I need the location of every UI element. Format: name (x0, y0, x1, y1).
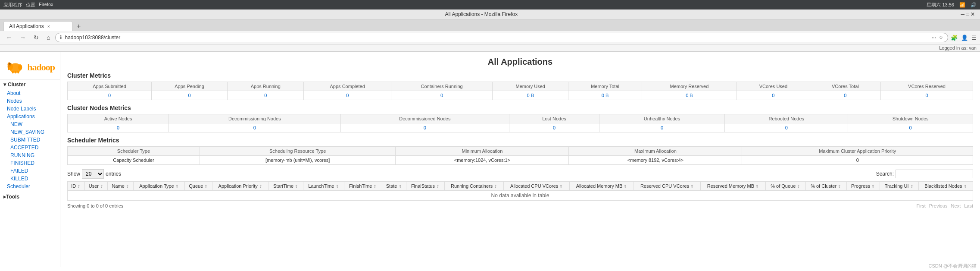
showing-entries-text: Showing 0 to 0 of 0 entries (67, 203, 123, 208)
nav-dots[interactable]: ··· (932, 35, 936, 41)
sidebar: hadoop ▾ Cluster About Nodes Node Labels… (0, 52, 60, 267)
cluster-metrics-th-0: Apps Submitted (68, 82, 152, 91)
app-th-20[interactable]: Blacklisted Nodes ⇕ (918, 182, 973, 191)
app-th-14[interactable]: Reserved CPU VCores ⇕ (634, 182, 700, 191)
app-th-13[interactable]: Allocated Memory MB ⇕ (570, 182, 634, 191)
os-firefox-menu[interactable]: Firefox (39, 2, 53, 8)
app-th-16[interactable]: % of Queue ⇕ (765, 182, 805, 191)
extensions-icon[interactable]: 🧩 (951, 35, 958, 41)
app-th-8[interactable]: FinishTime ⇕ (344, 182, 382, 191)
cluster-metrics-td-8: 0 (737, 91, 810, 100)
scheduler-metrics-table: Scheduler TypeScheduling Resource TypeMi… (67, 146, 973, 165)
new-tab-button[interactable]: + (74, 22, 83, 31)
cluster-metrics-th-8: VCores Used (737, 82, 810, 91)
nodes-metrics-th-1: Decommissioning Nodes (169, 114, 341, 123)
app-th-18[interactable]: Progress ⇕ (846, 182, 880, 191)
url-text: hadoop103:8088/cluster (65, 35, 929, 41)
cluster-metrics-th-6: Memory Total (568, 82, 642, 91)
pagination-last[interactable]: Last (964, 203, 973, 208)
sidebar-item-finished[interactable]: FINISHED (3, 159, 60, 167)
main-layout: hadoop ▾ Cluster About Nodes Node Labels… (0, 52, 980, 267)
pagination-previous[interactable]: Previous (929, 203, 948, 208)
app-th-0[interactable]: ID ⇕ (68, 182, 85, 191)
back-button[interactable]: ← (3, 33, 15, 42)
cluster-arrow-icon: ▾ (3, 82, 6, 88)
scheduler-value-row: Capacity Scheduler[memory-mb (unit=Mi), … (68, 156, 973, 165)
app-th-5[interactable]: Application Priority ⇕ (212, 182, 268, 191)
forward-button[interactable]: → (17, 33, 28, 42)
entries-select[interactable]: 20 50 100 (82, 169, 104, 179)
home-button[interactable]: ⌂ (44, 33, 53, 42)
app-th-17[interactable]: % of Cluster ⇕ (805, 182, 846, 191)
tab-close-button[interactable]: × (47, 24, 50, 29)
svg-rect-5 (12, 71, 14, 73)
browser-tab-active[interactable]: All Applications × (3, 21, 72, 31)
table-controls: Show 20 50 100 entries Search: (67, 169, 973, 179)
sidebar-item-about[interactable]: About (0, 89, 60, 97)
sidebar-item-new[interactable]: NEW (3, 120, 60, 128)
pagination-first[interactable]: First (916, 203, 925, 208)
pagination-next[interactable]: Next (951, 203, 961, 208)
content-area: All Applications Cluster Metrics Apps Su… (60, 52, 980, 267)
title-bar-text: All Applications - Mozilla Firefox (445, 11, 518, 17)
cluster-metrics-th-7: Memory Reserved (642, 82, 737, 91)
sidebar-item-running[interactable]: RUNNING (3, 151, 60, 159)
app-th-19[interactable]: Tracking UI ⇕ (880, 182, 918, 191)
sidebar-item-new-saving[interactable]: NEW_SAVING (3, 128, 60, 136)
scheduler-th-3: Maximum Allocation (569, 147, 742, 156)
cluster-metrics-th-1: Apps Pending (151, 82, 227, 91)
reload-button[interactable]: ↻ (31, 33, 41, 42)
show-entries-control: Show 20 50 100 entries (67, 169, 121, 179)
app-th-11[interactable]: Running Containers ⇕ (445, 182, 504, 191)
nodes-metrics-td-3: 0 (509, 123, 599, 132)
app-th-7[interactable]: LaunchTime ⇕ (303, 182, 344, 191)
cluster-metrics-td-7: 0 B (642, 91, 737, 100)
nav-bar: ← → ↻ ⌂ ℹ hadoop103:8088/cluster ··· ☆ 🧩… (0, 31, 980, 44)
sidebar-item-node-labels[interactable]: Node Labels (0, 105, 60, 113)
sidebar-item-submitted[interactable]: SUBMITTED (3, 136, 60, 144)
sidebar-tools-header[interactable]: ▸ Tools (0, 192, 60, 202)
menu-icon[interactable]: ☰ (971, 35, 977, 41)
sidebar-item-accepted[interactable]: ACCEPTED (3, 144, 60, 151)
app-th-1[interactable]: User ⇕ (84, 182, 107, 191)
os-places-menu[interactable]: 位置 (26, 2, 35, 8)
pagination: First Previous Next Last (916, 203, 973, 208)
cluster-metrics-td-9: 0 (810, 91, 880, 100)
scheduler-th-2: Minimum Allocation (396, 147, 569, 156)
app-th-12[interactable]: Allocated CPU VCores ⇕ (504, 182, 570, 191)
app-th-3[interactable]: Application Type ⇕ (134, 182, 184, 191)
sidebar-item-applications[interactable]: Applications (0, 113, 60, 120)
cluster-metrics-td-4: 0 (391, 91, 492, 100)
os-volume-icon: 🔊 (971, 2, 977, 8)
title-bar: All Applications - Mozilla Firefox ─ □ ✕ (0, 9, 980, 19)
app-th-2[interactable]: Name ⇕ (108, 182, 134, 191)
cluster-metrics-title: Cluster Metrics (67, 72, 973, 79)
bookmark-icon[interactable]: ☆ (939, 35, 943, 41)
sidebar-item-nodes[interactable]: Nodes (0, 97, 60, 105)
sidebar-cluster-section: ▾ Cluster About Nodes Node Labels Applic… (0, 80, 60, 190)
nodes-metrics-th-2: Decommissioned Nodes (340, 114, 509, 123)
profile-icon[interactable]: 👤 (961, 35, 968, 41)
app-th-6[interactable]: StartTime ⇕ (268, 182, 303, 191)
scheduler-td-4: 0 (742, 156, 973, 165)
scheduler-th-0: Scheduler Type (68, 147, 200, 156)
app-th-9[interactable]: State ⇕ (382, 182, 406, 191)
app-th-4[interactable]: Queue ⇕ (184, 182, 212, 191)
scheduler-td-1: [memory-mb (unit=Mi), vcores] (200, 156, 396, 165)
nodes-metrics-th-4: Unhealthy Nodes (599, 114, 724, 123)
url-bar[interactable]: ℹ hadoop103:8088/cluster ··· ☆ (55, 33, 948, 42)
table-footer: Showing 0 to 0 of 0 entries First Previo… (67, 203, 973, 208)
sidebar-item-failed[interactable]: FAILED (3, 167, 60, 175)
app-th-10[interactable]: FinalStatus ⇕ (406, 182, 444, 191)
nodes-metrics-td-5: 0 (725, 123, 848, 132)
cluster-metrics-value-row: 000000 B0 B0 B000 (68, 91, 973, 100)
app-th-15[interactable]: Reserved Memory MB ⇕ (701, 182, 766, 191)
scheduler-metrics-title: Scheduler Metrics (67, 137, 973, 144)
sidebar-item-scheduler[interactable]: Scheduler (0, 183, 60, 190)
os-apps-menu[interactable]: 应用程序 (3, 2, 22, 8)
search-box: Search: (876, 170, 973, 178)
search-input[interactable] (896, 170, 973, 178)
sidebar-item-killed[interactable]: KILLED (3, 175, 60, 183)
sidebar-cluster-header[interactable]: ▾ Cluster (0, 80, 60, 89)
sidebar-tools-label: Tools (6, 194, 19, 200)
